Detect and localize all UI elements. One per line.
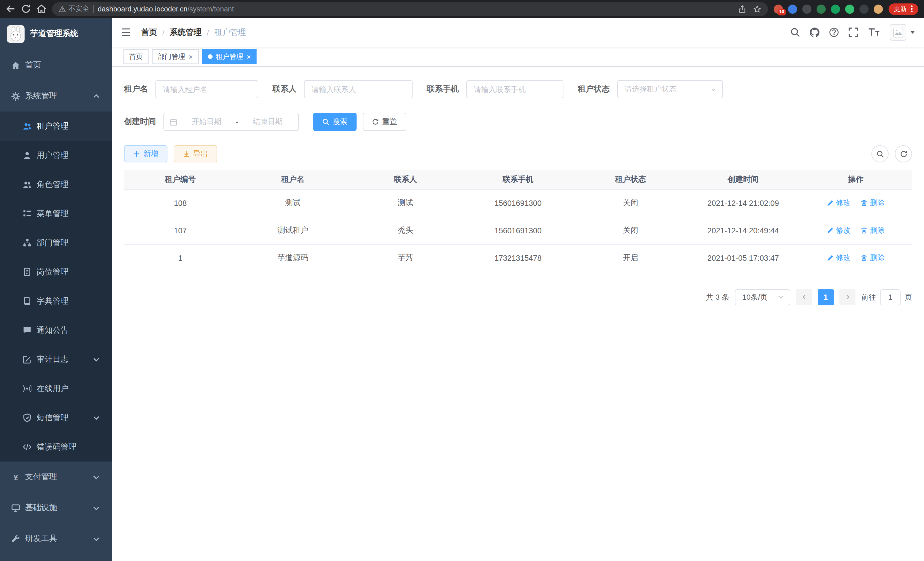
- delete-button[interactable]: 删除: [861, 198, 885, 208]
- chrome-update-button[interactable]: 更新: [889, 3, 918, 15]
- cell-status: 关闭: [574, 217, 687, 244]
- page-size-select[interactable]: 10条/页: [735, 289, 790, 305]
- extension-icon-5[interactable]: [831, 4, 840, 14]
- security-indicator[interactable]: 不安全: [59, 4, 89, 14]
- page-number-button[interactable]: 1: [818, 289, 834, 305]
- sidebar-item-label: 基础设施: [25, 503, 57, 513]
- sidebar-item-post[interactable]: 岗位管理: [0, 257, 112, 287]
- github-icon[interactable]: [810, 27, 819, 37]
- close-icon[interactable]: ×: [189, 53, 193, 60]
- extension-icon-1[interactable]: 10: [774, 4, 783, 14]
- font-size-icon[interactable]: [868, 27, 880, 37]
- search-icon[interactable]: [790, 27, 800, 37]
- tag-tenant[interactable]: 租户管理 ×: [202, 49, 256, 64]
- avatar: [890, 24, 906, 41]
- user-menu[interactable]: [890, 24, 915, 41]
- extension-icon-4[interactable]: [817, 4, 826, 14]
- url-text[interactable]: dashboard.yudao.iocoder.cn/system/tenant: [98, 5, 734, 13]
- sidebar-item-infra[interactable]: 基础设施: [0, 492, 112, 523]
- close-icon[interactable]: ×: [247, 53, 251, 60]
- tags-bar: 首页 部门管理 × 租户管理 ×: [112, 47, 924, 67]
- cell-actions: 修改 删除: [800, 217, 912, 244]
- tag-dept[interactable]: 部门管理 ×: [152, 49, 199, 64]
- contact-input[interactable]: [304, 80, 412, 98]
- breadcrumb-current: 租户管理: [214, 27, 246, 38]
- add-button[interactable]: 新增: [124, 145, 167, 162]
- download-icon: [183, 150, 190, 157]
- trash-icon: [861, 227, 868, 234]
- search-form-row-2: 创建时间 开始日期 - 结束日期 搜索 重置: [124, 113, 912, 131]
- sidebar-item-label: 租户管理: [37, 121, 69, 131]
- sidebar-item-label: 用户管理: [37, 150, 69, 160]
- sidebar-item-dept[interactable]: 部门管理: [0, 228, 112, 257]
- hamburger-icon[interactable]: [121, 28, 131, 37]
- sidebar-item-system[interactable]: 系统管理: [0, 81, 112, 111]
- delete-button[interactable]: 删除: [861, 253, 885, 263]
- cell-created: 2021-01-05 17:03:47: [687, 244, 800, 272]
- edit-button[interactable]: 修改: [826, 225, 850, 236]
- sidebar: 芋道管理系统 首页 系统管理 租户管理 用户管理 角色管理: [0, 18, 112, 561]
- help-icon[interactable]: [829, 27, 839, 37]
- fullscreen-icon[interactable]: [849, 27, 858, 37]
- toggle-search-button[interactable]: [872, 145, 889, 162]
- sidebar-item-sms[interactable]: 短信管理: [0, 403, 112, 432]
- sidebar-item-role[interactable]: 角色管理: [0, 170, 112, 199]
- trash-icon: [861, 254, 868, 261]
- share-icon[interactable]: [738, 5, 746, 13]
- sidebar-logo[interactable]: 芋道管理系统: [0, 18, 112, 50]
- search-button[interactable]: 搜索: [313, 113, 357, 131]
- breadcrumb-system[interactable]: 系统管理: [170, 27, 202, 38]
- extension-icon-2[interactable]: [788, 4, 797, 14]
- sidebar-item-errorcode[interactable]: 错误码管理: [0, 432, 112, 462]
- yen-icon: ¥: [11, 473, 20, 481]
- table-row: 108 测试 测试 15601691300 关闭 2021-12-14 21:0…: [124, 189, 912, 217]
- profile-avatar-icon[interactable]: [874, 4, 883, 14]
- cell-created: 2021-12-14 20:49:44: [687, 217, 800, 244]
- export-button[interactable]: 导出: [174, 145, 217, 162]
- sidebar-item-dict[interactable]: 字典管理: [0, 287, 112, 316]
- caret-down-icon: [910, 31, 915, 34]
- back-icon[interactable]: [6, 4, 15, 14]
- delete-button[interactable]: 删除: [861, 225, 885, 236]
- field-label: 联系手机: [427, 84, 459, 94]
- prev-page-button[interactable]: [796, 289, 812, 305]
- edit-button[interactable]: 修改: [826, 198, 850, 208]
- cell-tenant-name: 测试租户: [237, 217, 349, 244]
- sidebar-item-online[interactable]: 在线用户: [0, 374, 112, 403]
- sidebar-item-notice[interactable]: 通知公告: [0, 316, 112, 345]
- reset-button[interactable]: 重置: [363, 113, 406, 131]
- date-range-picker[interactable]: 开始日期 - 结束日期: [164, 113, 299, 131]
- sidebar-item-home[interactable]: 首页: [0, 50, 112, 81]
- sidebar-item-menu[interactable]: 菜单管理: [0, 199, 112, 228]
- sidebar-item-tenant[interactable]: 租户管理: [0, 111, 112, 141]
- home-icon[interactable]: [37, 4, 46, 14]
- bookmark-star-icon[interactable]: [753, 5, 761, 13]
- address-bar[interactable]: 不安全 dashboard.yudao.iocoder.cn/system/te…: [52, 2, 768, 16]
- tag-home[interactable]: 首页: [123, 49, 148, 64]
- home-icon: [11, 61, 20, 69]
- sidebar-item-devtools[interactable]: 研发工具: [0, 523, 112, 554]
- breadcrumb-home[interactable]: 首页: [141, 27, 157, 38]
- edit-button[interactable]: 修改: [826, 253, 850, 263]
- tenant-status-select[interactable]: 请选择租户状态: [617, 80, 723, 98]
- browser-chrome: 不安全 dashboard.yudao.iocoder.cn/system/te…: [0, 0, 924, 18]
- sidebar-item-user[interactable]: 用户管理: [0, 141, 112, 170]
- sidebar-item-auditlog[interactable]: 审计日志: [0, 345, 112, 374]
- refresh-icon[interactable]: [21, 4, 31, 14]
- goto-page-input[interactable]: [880, 289, 901, 305]
- extension-icon-6[interactable]: [845, 4, 854, 14]
- sidebar-item-label: 角色管理: [37, 179, 69, 190]
- extension-icon-7[interactable]: [860, 4, 868, 14]
- security-label: 不安全: [69, 4, 89, 14]
- edit-label: 修改: [836, 198, 850, 208]
- address-divider: [93, 5, 94, 13]
- tenant-name-input[interactable]: [155, 80, 258, 98]
- code-icon: [23, 443, 32, 451]
- goto-label: 前往: [861, 292, 876, 302]
- extensions-row: 10: [774, 4, 883, 14]
- mobile-input[interactable]: [466, 80, 563, 98]
- refresh-table-button[interactable]: [895, 145, 912, 162]
- extension-icon-3[interactable]: [802, 4, 812, 14]
- next-page-button[interactable]: [839, 289, 855, 305]
- sidebar-item-payment[interactable]: ¥ 支付管理: [0, 462, 112, 492]
